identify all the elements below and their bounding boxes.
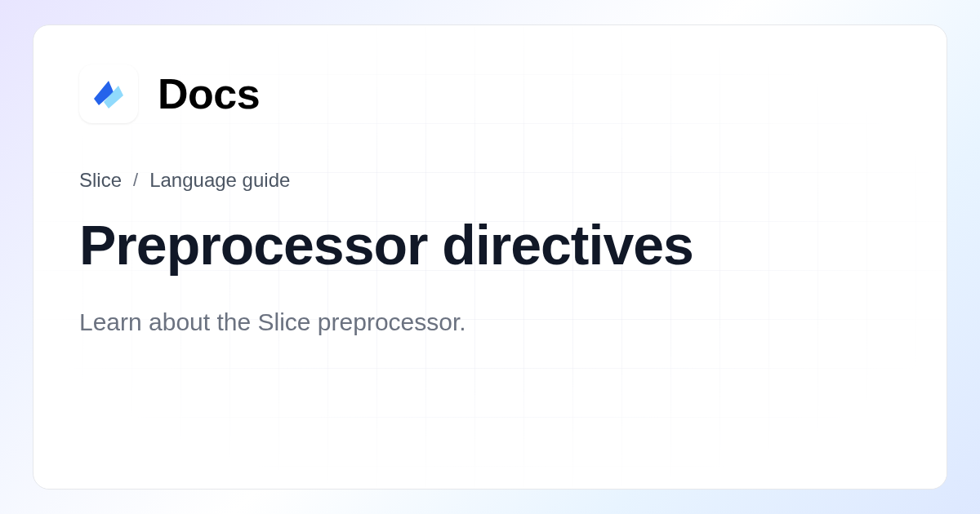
breadcrumb-separator: / — [133, 170, 138, 191]
breadcrumb-item-slice[interactable]: Slice — [79, 169, 122, 192]
logo-container — [79, 64, 138, 123]
breadcrumb-item-language-guide[interactable]: Language guide — [149, 169, 290, 192]
content-wrapper: Docs Slice / Language guide Preprocessor… — [79, 64, 901, 336]
docs-title: Docs — [158, 69, 260, 118]
logo-icon — [89, 74, 128, 113]
page-title: Preprocessor directives — [79, 215, 901, 276]
breadcrumb: Slice / Language guide — [79, 169, 901, 192]
content-card: Docs Slice / Language guide Preprocessor… — [33, 24, 947, 490]
header: Docs — [79, 64, 901, 123]
page-description: Learn about the Slice preprocessor. — [79, 308, 901, 336]
